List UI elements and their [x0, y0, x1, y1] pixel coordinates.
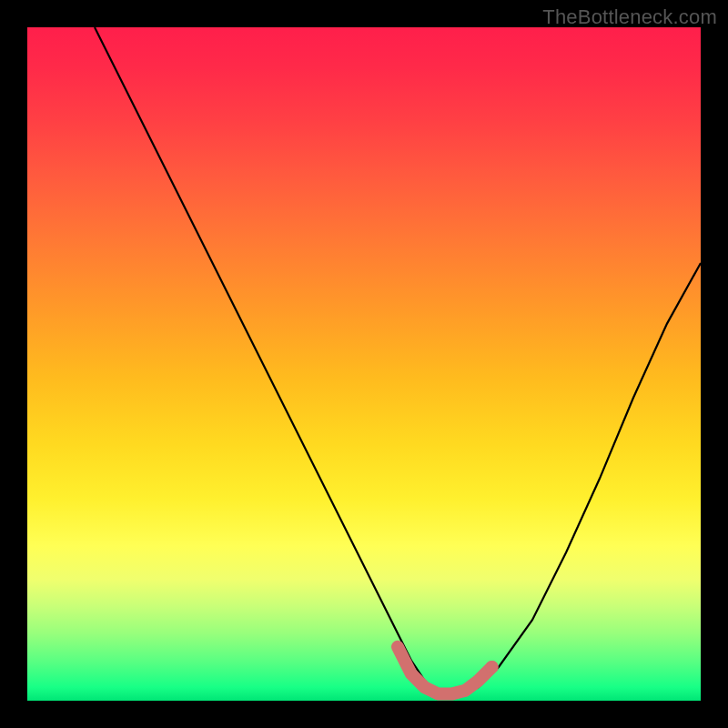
bottleneck-curve [27, 27, 701, 701]
curve-path [95, 27, 701, 694]
chart-frame: TheBottleneck.com [0, 0, 728, 728]
plot-area [27, 27, 701, 701]
watermark-text: TheBottleneck.com [542, 5, 717, 29]
highlight-end-dot [486, 661, 499, 673]
highlight-segment [398, 647, 492, 694]
